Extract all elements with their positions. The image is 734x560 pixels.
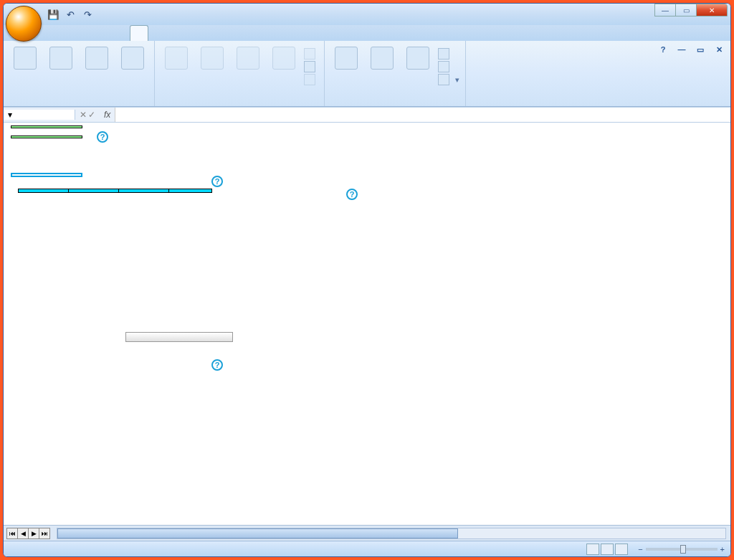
redo-icon[interactable]: ↷ [80, 6, 95, 22]
tab-view[interactable] [148, 25, 166, 41]
help-icon[interactable]: ? [346, 189, 358, 200]
show-all-comments-button[interactable] [304, 61, 318, 72]
show-hide-comment-button [304, 48, 318, 60]
protect-workbook-button[interactable] [366, 45, 398, 72]
tab-page-layout[interactable] [78, 25, 95, 41]
tab-formulas[interactable] [95, 25, 113, 41]
first-day-input[interactable] [11, 125, 82, 128]
normal-view-icon[interactable] [586, 544, 599, 555]
zoom-in-icon[interactable]: + [720, 545, 725, 554]
allow-edit-ranges-button[interactable] [438, 61, 459, 72]
previous-comment-button [232, 45, 264, 72]
protect-share-button[interactable] [438, 48, 459, 60]
track-changes-button[interactable]: ▾ [438, 74, 459, 85]
zoom-out-icon[interactable]: − [638, 545, 642, 554]
tab-data[interactable] [113, 25, 130, 41]
help-icon[interactable]: ? [211, 359, 223, 371]
save-icon[interactable]: 💾 [45, 6, 61, 22]
sheet-tab-bar: ⏮ ◀ ▶ ⏭ [4, 525, 730, 541]
cancel-edit-icon[interactable]: ✕ [80, 110, 87, 120]
name-box[interactable]: ▾ [4, 110, 75, 120]
fx-icon[interactable]: fx [100, 110, 115, 120]
tab-home[interactable] [44, 25, 61, 41]
prev-sheet-icon[interactable]: ◀ [17, 528, 29, 539]
spelling-button[interactable] [9, 45, 41, 72]
minimize-button[interactable]: — [654, 4, 676, 16]
group-proofing [9, 105, 148, 106]
tab-insert[interactable] [61, 25, 78, 41]
show-ink-button [304, 74, 318, 85]
new-comment-button [161, 45, 192, 72]
titlebar: 💾 ↶ ↷ — ▭ ✕ [4, 4, 730, 25]
group-changes [330, 105, 459, 106]
undo-icon[interactable]: ↶ [62, 6, 78, 22]
next-sheet-icon[interactable]: ▶ [28, 528, 39, 539]
mdi-minimize-icon[interactable]: — [676, 44, 687, 55]
group-comments [161, 105, 318, 106]
active-cell-edit[interactable] [11, 173, 82, 177]
zoom-control[interactable]: − + [635, 545, 725, 554]
page-break-view-icon[interactable] [615, 544, 628, 555]
sort-employees-button[interactable] [125, 332, 233, 342]
maximize-button[interactable]: ▭ [675, 4, 697, 16]
enter-edit-icon[interactable]: ✓ [88, 110, 95, 120]
tour-definition [339, 138, 725, 139]
shift-table[interactable] [18, 189, 212, 193]
research-button[interactable] [45, 45, 77, 72]
translate-button[interactable] [117, 45, 148, 72]
last-sheet-icon[interactable]: ⏭ [39, 528, 50, 539]
mdi-close-icon[interactable]: ✕ [713, 44, 725, 55]
office-button[interactable] [6, 6, 42, 42]
close-button[interactable]: ✕ [696, 4, 728, 16]
ribbon-tabs [4, 25, 730, 41]
delete-comment-button [196, 45, 228, 72]
mdi-restore-icon[interactable]: ▭ [695, 44, 706, 55]
status-bar: − + [4, 541, 730, 556]
protect-sheet-button[interactable] [330, 45, 362, 72]
formula-bar: ▾ ✕✓ fx [4, 107, 730, 123]
first-sheet-icon[interactable]: ⏮ [6, 528, 18, 539]
page-layout-view-icon[interactable] [601, 544, 614, 555]
quick-access-toolbar: 💾 ↶ ↷ [45, 6, 95, 22]
help-icon[interactable]: ? [211, 176, 223, 187]
help-icon[interactable]: ? [97, 131, 108, 143]
share-workbook-button[interactable] [402, 45, 434, 72]
horizontal-scrollbar[interactable] [57, 528, 726, 539]
thesaurus-button[interactable] [81, 45, 113, 72]
formula-input[interactable] [115, 108, 730, 122]
tab-review[interactable] [130, 25, 148, 41]
next-comment-button [268, 45, 300, 72]
ribbon: ? — ▭ ✕ [4, 41, 730, 107]
worksheet[interactable]: ? ? ? ? [4, 123, 730, 525]
help-icon[interactable]: ? [657, 44, 669, 55]
leg-days-input[interactable] [11, 136, 82, 138]
